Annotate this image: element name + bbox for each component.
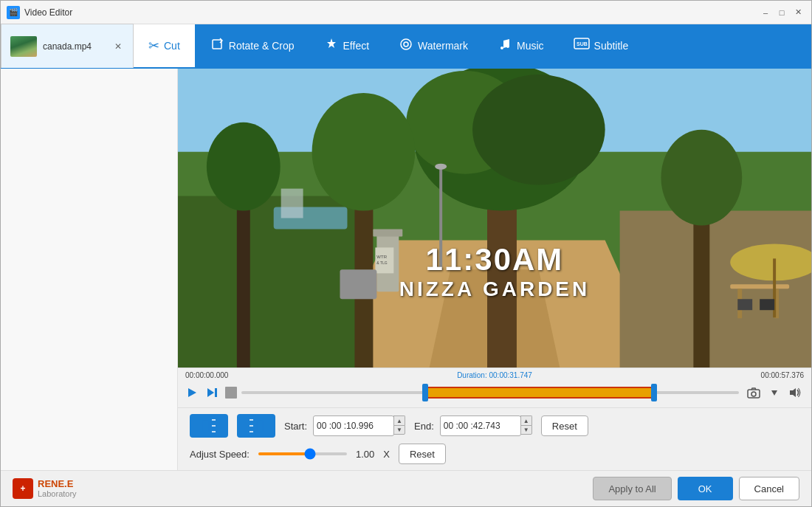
app-icon: 🎬 [7,6,20,19]
brand-name-line1: RENE.E [38,478,73,489]
svg-rect-40 [215,388,217,397]
speed-x: X [383,449,390,460]
end-time-label: End: [414,421,434,432]
svg-rect-45 [202,420,209,432]
cut-row-2: Adjust Speed: 1.00 X Reset [190,444,799,464]
svg-rect-54 [257,420,263,432]
tab-effect-label: Effect [343,40,370,52]
tab-rotate-crop[interactable]: Rotate & Crop [195,24,309,67]
svg-rect-32 [760,299,774,310]
cancel-button[interactable]: Cancel [739,477,799,500]
cut-start-button[interactable] [190,414,228,438]
tab-bar: canada.mp4 ✕ ✂ Cut Rotate & Crop [1,24,811,69]
effect-icon [324,37,339,55]
start-time-group: Start: ▲ ▼ [284,415,405,436]
time-reset-button[interactable]: Reset [541,415,588,436]
main-content: WTR & TLG [1,69,811,470]
tab-cut[interactable]: ✂ Cut [134,24,195,67]
brand-name-line2: Laboratory [38,489,77,498]
timeline-track[interactable] [241,382,739,403]
file-thumbnail [10,36,37,57]
window-title: Video Editor [24,7,758,18]
speed-value: 1.00 [356,449,374,460]
nav-tabs: ✂ Cut Rotate & Crop Effect [134,24,811,67]
svg-text:WTR: WTR [376,255,387,259]
main-window: 🎬 Video Editor – □ ✕ canada.mp4 ✕ ✂ Cut [0,0,812,507]
svg-rect-46 [210,420,212,432]
end-time-up-button[interactable]: ▲ [520,415,532,425]
apply-to-all-button[interactable]: Apply to All [593,477,671,500]
cut-row-1: Start: ▲ ▼ End: [190,414,799,438]
video-frame: WTR & TLG [178,69,811,368]
video-location-text: NIZZA GARDEN [399,277,591,301]
svg-rect-53 [254,420,256,432]
tab-watermark-label: Watermark [418,40,468,52]
watermark-icon [399,37,413,55]
brand-icon: + [13,478,33,499]
start-time-input[interactable] [313,415,394,436]
play-button[interactable] [184,384,200,401]
time-end-label: 00:00:57.376 [761,371,804,379]
subtitle-icon: SUB [574,38,590,55]
tab-subtitle[interactable]: SUB Subtitle [559,24,644,67]
bottom-buttons: Apply to All OK Cancel [593,477,799,500]
video-overlay-text: 11:30AM NIZZA GARDEN [399,242,591,301]
time-start-label: 00:00:00.000 [185,371,228,379]
timeline-area: 00:00:00.000 Duration: 00:00:31.747 00:0… [178,368,811,407]
file-tab[interactable]: canada.mp4 ✕ [1,24,134,68]
svg-text:SUB: SUB [577,41,588,46]
time-labels: 00:00:00.000 Duration: 00:00:31.747 00:0… [184,371,805,379]
start-time-down-button[interactable]: ▼ [393,425,405,435]
rotate-icon [210,37,224,55]
speed-slider[interactable] [258,452,347,455]
cut-controls: Start: ▲ ▼ End: [178,407,811,470]
svg-rect-10 [620,211,811,368]
svg-text:& TLG: & TLG [376,261,387,265]
svg-marker-39 [207,388,214,397]
svg-rect-26 [730,284,789,289]
close-button[interactable]: ✕ [791,5,805,20]
svg-point-1 [401,39,411,49]
end-time-field: ▲ ▼ [440,415,532,436]
video-area: WTR & TLG [178,69,811,470]
svg-point-36 [435,164,447,170]
tab-music[interactable]: Music [483,24,559,67]
tab-effect[interactable]: Effect [309,24,385,67]
tab-cut-label: Cut [164,40,180,52]
speed-label: Adjust Speed: [190,449,250,460]
cut-end-button[interactable] [237,414,275,438]
window-controls: – □ ✕ [758,5,805,20]
end-time-spinner: ▲ ▼ [520,415,532,436]
svg-point-42 [751,392,756,396]
brand-logo: + RENE.E Laboratory [13,478,77,500]
svg-marker-43 [771,390,777,396]
stop-button[interactable] [225,387,237,399]
selection-range[interactable] [425,387,654,399]
range-handle-left[interactable] [422,384,428,401]
screenshot-dropdown-button[interactable] [768,387,780,398]
file-tab-close-button[interactable]: ✕ [112,41,124,52]
end-time-input[interactable] [440,415,521,436]
ok-button[interactable]: OK [678,477,733,500]
svg-rect-33 [340,269,376,299]
tab-watermark[interactable]: Watermark [384,24,483,67]
minimize-button[interactable]: – [758,5,773,20]
screenshot-button[interactable] [743,384,764,401]
left-panel [1,69,178,470]
file-name: canada.mp4 [43,41,112,52]
music-icon [498,37,512,55]
end-time-down-button[interactable]: ▼ [520,425,532,435]
bottom-bar: + RENE.E Laboratory Apply to All OK Canc… [1,470,811,506]
cut-icon: ✂ [148,38,159,54]
svg-marker-44 [790,388,796,397]
speed-reset-button[interactable]: Reset [399,444,446,464]
svg-point-18 [207,123,281,211]
tab-rotate-crop-label: Rotate & Crop [229,40,295,52]
volume-button[interactable] [785,384,805,401]
step-forward-button[interactable] [204,384,221,401]
range-handle-right[interactable] [651,384,657,401]
start-time-up-button[interactable]: ▲ [393,415,405,425]
start-time-spinner: ▲ ▼ [393,415,405,436]
video-preview: WTR & TLG [178,69,811,368]
maximize-button[interactable]: □ [774,5,789,20]
